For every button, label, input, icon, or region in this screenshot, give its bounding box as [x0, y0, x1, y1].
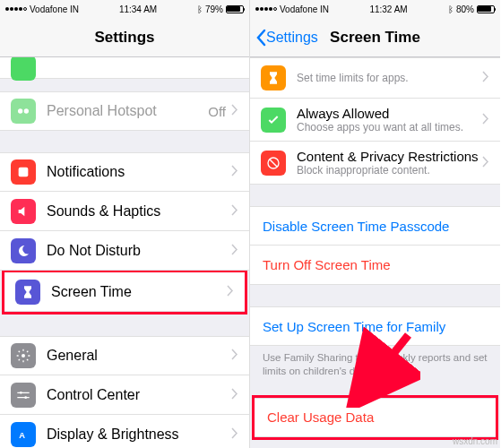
- carrier-label: Vodafone IN: [30, 4, 79, 14]
- notifications-label: Notifications: [47, 164, 231, 180]
- family-button[interactable]: Set Up Screen Time for Family: [250, 306, 500, 346]
- svg-point-0: [18, 108, 22, 113]
- screen-time-screen: Vodafone IN 11:32 AM ᛒ 80% Settings Scre…: [250, 0, 500, 448]
- content-privacy-cell[interactable]: Content & Privacy Restrictions Block ina…: [250, 142, 500, 185]
- back-label: Settings: [266, 30, 318, 46]
- gear-icon: [11, 343, 36, 368]
- highlight-box: Clear Usage Data: [252, 395, 498, 440]
- content-title: Content & Privacy Restrictions: [297, 149, 482, 164]
- hotspot-label: Personal Hotspot: [47, 103, 208, 119]
- always-title: Always Allowed: [297, 106, 482, 121]
- general-label: General: [47, 348, 231, 364]
- status-bar: Vodafone IN 11:34 AM ᛒ 79%: [0, 0, 249, 18]
- notifications-icon: [11, 159, 36, 185]
- general-cell[interactable]: General: [0, 336, 249, 375]
- bluetooth-icon: ᛒ: [448, 4, 453, 14]
- dnd-cell[interactable]: Do Not Disturb: [0, 231, 249, 271]
- signal-icon: [5, 7, 27, 11]
- chevron-right-icon: [231, 426, 238, 443]
- turn-off-button[interactable]: Turn Off Screen Time: [250, 246, 500, 285]
- chevron-right-icon: [231, 103, 238, 119]
- clear-usage-label: Clear Usage Data: [267, 409, 374, 425]
- family-footer: Use Family Sharing to get weekly reports…: [250, 346, 500, 383]
- settings-screen: Vodafone IN 11:34 AM ᛒ 79% Settings Pers…: [0, 0, 250, 448]
- clear-usage-button[interactable]: Clear Usage Data: [255, 398, 496, 437]
- content-sub: Block inappropriate content.: [297, 164, 482, 177]
- svg-point-3: [22, 354, 25, 358]
- display-label: Display & Brightness: [47, 426, 231, 443]
- control-center-label: Control Center: [47, 387, 231, 403]
- clock-label: 11:34 AM: [119, 4, 157, 14]
- display-cell[interactable]: A Display & Brightness: [0, 415, 249, 448]
- control-center-cell[interactable]: Control Center: [0, 375, 249, 415]
- turn-off-label: Turn Off Screen Time: [263, 257, 391, 272]
- always-sub: Choose apps you want at all times.: [297, 121, 482, 134]
- battery-icon: [226, 5, 244, 13]
- always-allowed-cell[interactable]: Always Allowed Choose apps you want at a…: [250, 99, 500, 142]
- status-bar: Vodafone IN 11:32 AM ᛒ 80%: [250, 0, 500, 18]
- disable-passcode-button[interactable]: Disable Screen Time Passcode: [250, 206, 500, 246]
- hourglass-icon: [15, 280, 40, 305]
- navbar: Settings Screen Time: [250, 18, 500, 57]
- notifications-cell[interactable]: Notifications: [0, 152, 249, 192]
- chevron-right-icon: [231, 243, 238, 259]
- switches-icon: [11, 383, 36, 408]
- screen-time-cell[interactable]: Screen Time: [4, 272, 245, 312]
- chevron-right-icon: [231, 203, 238, 220]
- watermark: wsxdn.com: [453, 436, 497, 446]
- svg-point-1: [24, 108, 29, 113]
- svg-rect-2: [19, 168, 29, 177]
- battery-percent: 79%: [205, 4, 223, 14]
- dnd-label: Do Not Disturb: [47, 243, 231, 259]
- hourglass-icon: [261, 65, 286, 90]
- partial-cell: [0, 57, 249, 79]
- chevron-right-icon: [482, 155, 489, 171]
- hotspot-value: Off: [208, 104, 226, 119]
- check-icon: [261, 108, 286, 133]
- sounds-label: Sounds & Haptics: [47, 203, 231, 220]
- navbar: Settings: [0, 18, 249, 57]
- hotspot-icon: [11, 99, 36, 124]
- chevron-right-icon: [231, 387, 238, 403]
- family-label: Set Up Screen Time for Family: [263, 319, 445, 334]
- disable-passcode-label: Disable Screen Time Passcode: [263, 219, 449, 234]
- page-title: Screen Time: [330, 29, 420, 47]
- page-title: Settings: [94, 29, 154, 47]
- clock-label: 11:32 AM: [369, 4, 407, 14]
- sounds-icon: [11, 199, 36, 224]
- personal-hotspot-cell[interactable]: Personal Hotspot Off: [0, 91, 249, 131]
- battery-icon: [477, 5, 495, 13]
- moon-icon: [11, 238, 36, 263]
- app-limits-cell[interactable]: Set time limits for apps.: [250, 57, 500, 99]
- chevron-right-icon: [231, 348, 238, 364]
- battery-percent: 80%: [456, 4, 474, 14]
- signal-icon: [255, 7, 277, 11]
- carrier-label: Vodafone IN: [280, 4, 329, 14]
- chevron-right-icon: [482, 112, 489, 128]
- highlight-box: Screen Time: [2, 270, 247, 314]
- chevron-left-icon: [255, 29, 266, 47]
- chevron-right-icon: [482, 70, 489, 86]
- no-entry-icon: [261, 151, 286, 176]
- sounds-cell[interactable]: Sounds & Haptics: [0, 192, 249, 231]
- chevron-right-icon: [227, 284, 234, 300]
- display-icon: A: [11, 422, 36, 447]
- screen-time-label: Screen Time: [51, 284, 227, 300]
- svg-text:A: A: [19, 431, 25, 440]
- bluetooth-icon: ᛒ: [197, 4, 203, 14]
- limits-sub: Set time limits for apps.: [297, 72, 482, 84]
- back-button[interactable]: Settings: [255, 29, 318, 47]
- chevron-right-icon: [231, 164, 238, 180]
